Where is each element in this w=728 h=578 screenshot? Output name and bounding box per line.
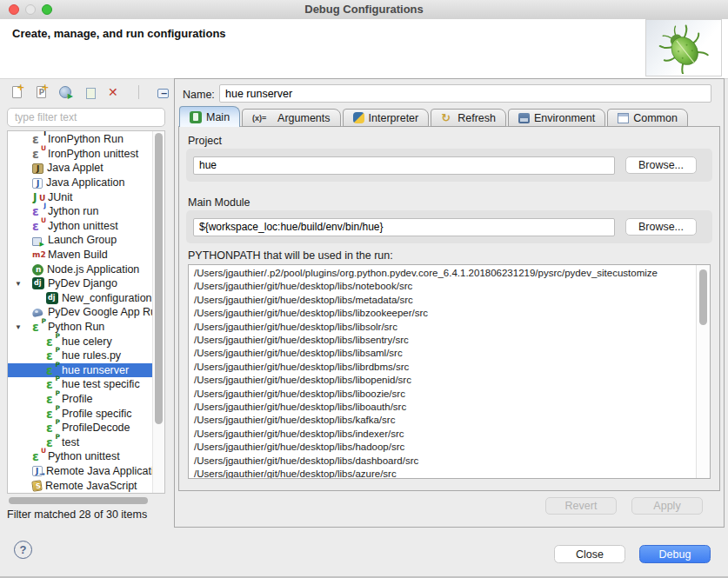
- tab-main[interactable]: Main: [179, 106, 240, 127]
- pythonpath-entry[interactable]: /Users/jgauthier/git/hue/desktop/libs/li…: [194, 361, 710, 374]
- tab-icon: [353, 112, 364, 123]
- toolbar-button-icon: [37, 86, 46, 98]
- window-title: Debug Configurations: [0, 3, 728, 16]
- main-module-input[interactable]: [193, 218, 615, 236]
- tree-item[interactable]: IronPython unittest: [8, 147, 164, 162]
- tree-item[interactable]: Java Applet: [8, 161, 164, 176]
- debug-configurations-dialog: Debug Configurations Create, manage, and…: [0, 0, 728, 578]
- tree-item-label: IronPython Run: [48, 133, 124, 145]
- main-module-browse-button[interactable]: Browse...: [625, 218, 697, 236]
- tree-item[interactable]: Launch Group: [8, 233, 164, 248]
- revert-button[interactable]: Revert: [545, 497, 617, 515]
- tab-common[interactable]: Common: [607, 109, 688, 127]
- tree-item[interactable]: Java Application: [8, 176, 164, 190]
- tab-label: Main: [206, 111, 230, 123]
- tree-item-icon: [32, 237, 42, 246]
- close-button[interactable]: Close: [554, 545, 625, 563]
- tree-item[interactable]: JUnit: [8, 189, 164, 204]
- tree-item[interactable]: Jython unittest: [8, 219, 164, 234]
- tree-item[interactable]: Profile specific: [8, 406, 164, 421]
- tree-item-label: hue celery: [62, 336, 112, 348]
- titlebar: Debug Configurations: [0, 0, 728, 20]
- tree-item-icon: [32, 249, 44, 261]
- pythonpath-entry[interactable]: /Users/jgauthier/git/hue/desktop/libs/li…: [194, 401, 710, 414]
- configurations-toolbar: [7, 82, 197, 103]
- tree-vertical-scrollbar-thumb[interactable]: [155, 133, 163, 424]
- tree-item[interactable]: Remote JavaScript: [8, 478, 164, 493]
- filter-input[interactable]: [7, 108, 165, 127]
- pythonpath-entry[interactable]: /Users/jgauthier/git/hue/desktop/libs/li…: [194, 347, 710, 360]
- tab-icon: [618, 113, 629, 123]
- debug-button[interactable]: Debug: [639, 545, 711, 563]
- pythonpath-entry[interactable]: /Users/jgauthier/git/hue/desktop/libs/me…: [194, 294, 710, 307]
- tree-item[interactable]: Maven Build: [8, 248, 164, 262]
- tree-item[interactable]: PyDev Google App Run: [8, 305, 164, 320]
- pythonpath-entry[interactable]: /Users/jgauthier/.p2/pool/plugins/org.py…: [194, 267, 710, 280]
- pythonpath-entry[interactable]: /Users/jgauthier/git/hue/desktop/libs/ha…: [194, 441, 710, 454]
- tree-item[interactable]: IronPython Run: [8, 132, 164, 147]
- pythonpath-entry[interactable]: /Users/jgauthier/git/hue/desktop/libs/in…: [194, 428, 710, 441]
- tree-item[interactable]: hue test specific: [8, 377, 164, 392]
- tree-item-icon: [46, 393, 58, 405]
- project-input[interactable]: [193, 156, 615, 175]
- tab-icon: [190, 111, 202, 123]
- pythonpath-entry[interactable]: /Users/jgauthier/git/hue/desktop/libs/li…: [194, 307, 710, 320]
- main-module-group: Browse...: [186, 210, 712, 243]
- dialog-header-title: Create, manage, and run configurations: [12, 27, 226, 40]
- tab-label: Refresh: [458, 112, 496, 124]
- tab-environment[interactable]: Environment: [508, 109, 605, 127]
- tab-arguments[interactable]: Arguments: [242, 109, 340, 127]
- tree-item-icon: [32, 466, 43, 476]
- pythonpath-entry[interactable]: /Users/jgauthier/git/hue/desktop/libs/li…: [194, 374, 710, 387]
- collapse-all-button[interactable]: [153, 83, 172, 102]
- tree-item-icon: [32, 163, 43, 174]
- tree-item[interactable]: Python Run: [8, 320, 164, 335]
- duplicate-configuration-button[interactable]: [80, 83, 99, 102]
- tree-item-label: IronPython unittest: [48, 148, 138, 160]
- toolbar-button-icon: [157, 89, 169, 98]
- tree-item-label: Jython unittest: [48, 220, 118, 232]
- tree-item-icon: [46, 436, 58, 448]
- tree-item[interactable]: Python unittest: [8, 449, 164, 464]
- name-input[interactable]: [219, 84, 711, 103]
- tree-item[interactable]: test: [8, 435, 164, 449]
- export-configurations-button[interactable]: [56, 83, 75, 102]
- delete-configuration-button[interactable]: [104, 83, 124, 102]
- tree-item[interactable]: PyDev Django: [8, 276, 164, 291]
- tree-item[interactable]: Profile: [8, 392, 164, 407]
- tree-item[interactable]: Remote Java Application: [8, 464, 164, 479]
- tree-item[interactable]: hue runserver: [8, 363, 164, 378]
- pythonpath-entry[interactable]: /Users/jgauthier/git/hue/desktop/libs/az…: [194, 468, 710, 479]
- pythonpath-entry[interactable]: /Users/jgauthier/git/hue/desktop/libs/da…: [194, 455, 710, 468]
- tree-item[interactable]: hue rules.py: [8, 349, 164, 363]
- tree-item[interactable]: Jython run: [8, 204, 164, 219]
- pythonpath-entry[interactable]: /Users/jgauthier/git/hue/desktop/libs/ka…: [194, 414, 710, 427]
- pythonpath-vertical-scrollbar-thumb[interactable]: [699, 269, 707, 325]
- apply-button[interactable]: Apply: [631, 497, 703, 515]
- tree-horizontal-scrollbar-thumb[interactable]: [9, 497, 148, 504]
- main-module-label: Main Module: [188, 196, 250, 209]
- help-button[interactable]: ?: [14, 541, 32, 559]
- new-configuration-button[interactable]: [7, 83, 26, 102]
- pythonpath-entry[interactable]: /Users/jgauthier/git/hue/desktop/libs/no…: [194, 280, 710, 293]
- tree-item-label: hue test specific: [62, 378, 140, 390]
- tree-item[interactable]: New_configuration: [8, 291, 164, 306]
- pythonpath-entry[interactable]: /Users/jgauthier/git/hue/desktop/libs/li…: [194, 334, 710, 347]
- pythonpath-entry[interactable]: /Users/jgauthier/git/hue/desktop/libs/li…: [194, 321, 710, 334]
- new-prototype-button[interactable]: [31, 83, 50, 102]
- project-browse-button[interactable]: Browse...: [625, 156, 697, 174]
- tree-item-label: Remote JavaScript: [45, 480, 137, 492]
- tree-item-icon: [32, 450, 44, 462]
- tree-item-label: Jython run: [48, 205, 98, 217]
- tab-label: Common: [633, 112, 678, 124]
- tree-item[interactable]: hue celery: [8, 334, 164, 349]
- tab-interpreter[interactable]: Interpreter: [343, 109, 430, 127]
- tree-item[interactable]: ProfileDecode: [8, 421, 164, 435]
- tree-item-icon: [46, 292, 58, 304]
- pythonpath-entry[interactable]: /Users/jgauthier/git/hue/desktop/libs/li…: [194, 388, 710, 401]
- tab-refresh[interactable]: Refresh: [431, 109, 506, 127]
- tab-icon: [441, 112, 453, 124]
- tree-item-icon: [32, 277, 44, 289]
- tree-item-label: ProfileDecode: [62, 422, 130, 434]
- tree-item[interactable]: Node.js Application: [8, 262, 164, 276]
